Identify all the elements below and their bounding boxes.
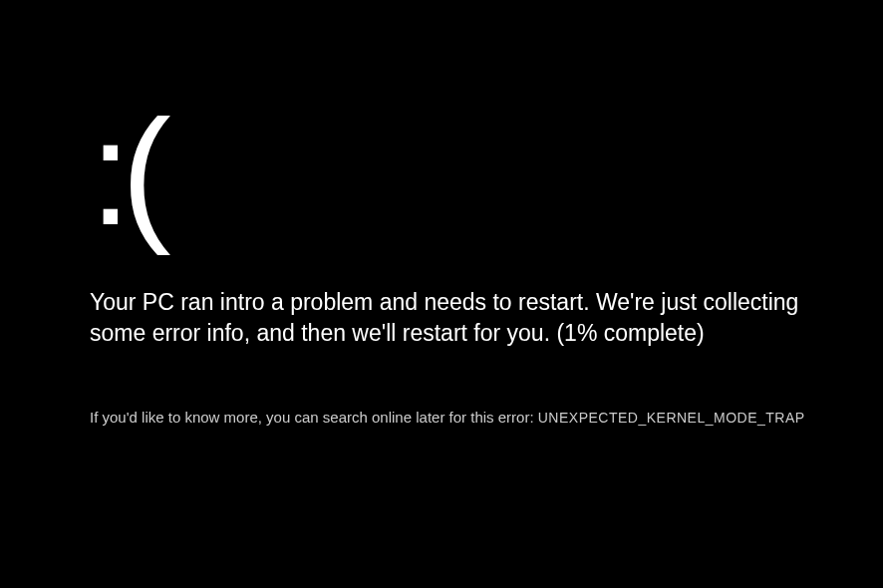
error-code: UNEXPECTED_KERNEL_MODE_TRAP bbox=[538, 410, 805, 426]
error-secondary-message: If you'd like to know more, you can sear… bbox=[90, 409, 807, 426]
sad-face-icon: :( bbox=[90, 98, 807, 247]
bsod-screen: :( Your PC ran intro a problem and needs… bbox=[90, 98, 807, 426]
error-hint-text: If you'd like to know more, you can sear… bbox=[90, 409, 538, 426]
error-main-message: Your PC ran intro a problem and needs to… bbox=[90, 287, 807, 349]
